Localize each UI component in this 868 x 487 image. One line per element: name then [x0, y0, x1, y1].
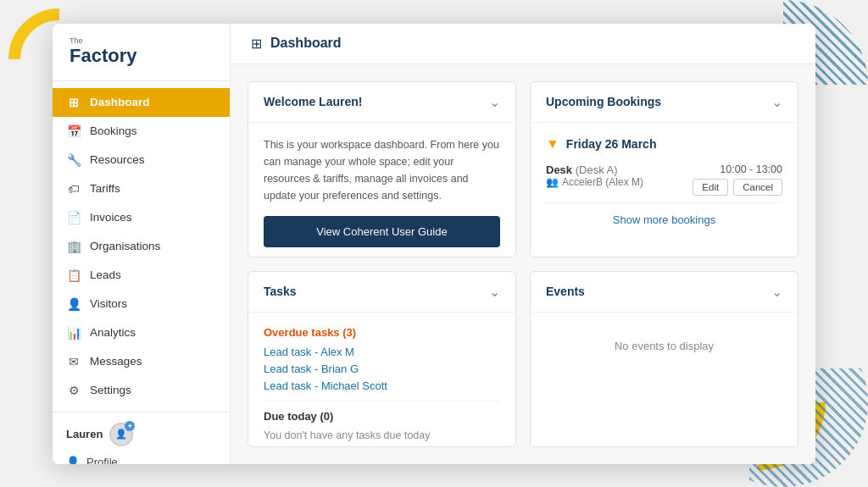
dashboard-icon: ⊞ [251, 36, 262, 52]
sidebar-item-label-bookings: Bookings [90, 125, 137, 137]
bookings-card-header: Upcoming Bookings ⌄ [531, 82, 798, 123]
welcome-card: Welcome Lauren! ⌄ This is your workspace… [248, 81, 516, 257]
tasks-collapse-icon[interactable]: ⌄ [489, 284, 500, 300]
sidebar-item-label-resources: Resources [90, 153, 145, 166]
content-area: Welcome Lauren! ⌄ This is your workspace… [231, 64, 815, 464]
nav-icon-organisations: 🏢 [66, 240, 81, 253]
booking-info: Desk (Desk A) 👥 AccelerB (Alex M) [546, 163, 643, 188]
sidebar: The Factory ⊞ Dashboard📅 Bookings🔧 Resou… [53, 24, 231, 464]
sidebar-item-label-analytics: Analytics [90, 326, 136, 339]
main-content: ⊞ Dashboard Welcome Lauren! ⌄ This is yo… [231, 24, 815, 464]
sidebar-item-invoices[interactable]: 📄 Invoices [53, 203, 230, 232]
logo-the: The [70, 37, 136, 45]
avatar-plus-icon: + [125, 421, 135, 431]
app-window: The Factory ⊞ Dashboard📅 Bookings🔧 Resou… [53, 24, 815, 464]
sidebar-item-label-dashboard: Dashboard [90, 96, 150, 108]
nav-icon-leads: 📋 [66, 268, 81, 282]
bookings-card: Upcoming Bookings ⌄ ▼ Friday 26 March De… [530, 81, 798, 257]
nav-icon-invoices: 📄 [66, 211, 81, 224]
sidebar-item-label-messages: Messages [90, 355, 142, 368]
user-links: 👤 Profile🔔 What's New [66, 451, 216, 464]
user-link-profile[interactable]: 👤 Profile [66, 451, 216, 464]
booking-item: Desk (Desk A) 👥 AccelerB (Alex M) 10:00 … [546, 163, 782, 196]
avatar: 👤 + [109, 423, 133, 446]
bookings-date-header: ▼ Friday 26 March [546, 136, 782, 152]
sidebar-item-bookings[interactable]: 📅 Bookings [53, 117, 230, 146]
sidebar-item-leads[interactable]: 📋 Leads [53, 261, 230, 290]
nav-icon-analytics: 📊 [66, 326, 81, 340]
nav-icon-tariffs: 🏷 [66, 182, 81, 196]
view-guide-button[interactable]: View Coherent User Guide [264, 216, 500, 247]
overdue-tasks-label: Overdue tasks (3) [264, 326, 500, 339]
user-name-label: Lauren 👤 + [66, 423, 216, 446]
welcome-collapse-icon[interactable]: ⌄ [489, 94, 500, 110]
sidebar-item-analytics[interactable]: 📊 Analytics [53, 318, 230, 347]
tasks-title: Tasks [264, 285, 297, 298]
booking-actions: Edit Cancel [693, 179, 782, 196]
tasks-card: Tasks ⌄ Overdue tasks (3) Lead task - Al… [248, 271, 516, 447]
user-name-text: Lauren [66, 428, 103, 440]
bookings-date-label: Friday 26 March [566, 137, 657, 151]
tasks-card-body: Overdue tasks (3) Lead task - Alex M Lea… [248, 313, 515, 447]
tasks-card-header: Tasks ⌄ [248, 272, 515, 313]
nav-icon-visitors: 👤 [66, 297, 81, 311]
sidebar-item-label-invoices: Invoices [90, 211, 132, 224]
welcome-title: Welcome Lauren! [264, 95, 362, 108]
welcome-card-header: Welcome Lauren! ⌄ [248, 82, 515, 123]
booking-time: 10:00 - 13:00 [720, 163, 782, 175]
bookings-card-body: ▼ Friday 26 March Desk (Desk A) 👥 Accele… [531, 123, 798, 249]
events-card-body: No events to display [531, 313, 798, 379]
due-today-empty: You don't have any tasks due today [264, 429, 500, 441]
nav-icon-bookings: 📅 [66, 125, 81, 138]
task-link-michael[interactable]: Lead task - Michael Scott [264, 379, 500, 392]
show-more-link[interactable]: Show more bookings [613, 213, 715, 226]
nav-icon-messages: ✉ [66, 355, 81, 368]
nav-icon-settings: ⚙ [66, 384, 81, 397]
cancel-booking-button[interactable]: Cancel [733, 179, 782, 196]
sidebar-logo: The Factory [53, 24, 230, 81]
sidebar-item-dashboard[interactable]: ⊞ Dashboard [53, 88, 230, 117]
nav-icon-resources: 🔧 [66, 153, 81, 167]
nav-icon-dashboard: ⊞ [66, 96, 81, 109]
booking-user: 👥 AccelerB (Alex M) [546, 176, 643, 188]
bookings-title: Upcoming Bookings [546, 95, 661, 108]
show-more-bookings: Show more bookings [546, 202, 782, 235]
sidebar-user: Lauren 👤 + 👤 Profile🔔 What's New [53, 412, 230, 464]
page-title: Dashboard [270, 36, 342, 51]
welcome-text: This is your workspace dashboard. From h… [264, 136, 500, 204]
sidebar-nav: ⊞ Dashboard📅 Bookings🔧 Resources🏷 Tariff… [53, 81, 230, 412]
events-card: Events ⌄ No events to display [530, 271, 798, 447]
task-divider-1 [264, 401, 500, 401]
sidebar-item-settings[interactable]: ⚙ Settings [53, 376, 230, 405]
due-today-label: Due today (0) [264, 410, 500, 423]
user-link-icon-profile: 👤 [66, 456, 80, 464]
date-arrow-icon: ▼ [546, 136, 559, 152]
welcome-card-body: This is your workspace dashboard. From h… [248, 123, 515, 257]
events-empty-label: No events to display [546, 326, 782, 366]
sidebar-item-label-settings: Settings [90, 384, 131, 396]
bookings-collapse-icon[interactable]: ⌄ [771, 94, 782, 110]
events-collapse-icon[interactable]: ⌄ [771, 284, 782, 300]
sidebar-item-label-organisations: Organisations [90, 240, 160, 252]
topbar: ⊞ Dashboard [231, 24, 815, 64]
booking-desk: Desk (Desk A) [546, 163, 643, 176]
task-link-brian[interactable]: Lead task - Brian G [264, 362, 500, 375]
sidebar-item-messages[interactable]: ✉ Messages [53, 347, 230, 376]
sidebar-item-label-visitors: Visitors [90, 297, 127, 310]
logo-factory: Factory [70, 45, 136, 67]
user-link-label-profile: Profile [86, 456, 118, 464]
sidebar-item-tariffs[interactable]: 🏷 Tariffs [53, 174, 230, 203]
sidebar-item-resources[interactable]: 🔧 Resources [53, 146, 230, 174]
sidebar-item-visitors[interactable]: 👤 Visitors [53, 290, 230, 318]
sidebar-item-label-tariffs: Tariffs [90, 182, 120, 195]
edit-booking-button[interactable]: Edit [693, 179, 728, 196]
sidebar-item-organisations[interactable]: 🏢 Organisations [53, 232, 230, 261]
events-title: Events [546, 285, 585, 298]
task-link-alex[interactable]: Lead task - Alex M [264, 346, 500, 358]
sidebar-item-label-leads: Leads [90, 268, 121, 281]
events-card-header: Events ⌄ [531, 272, 798, 313]
